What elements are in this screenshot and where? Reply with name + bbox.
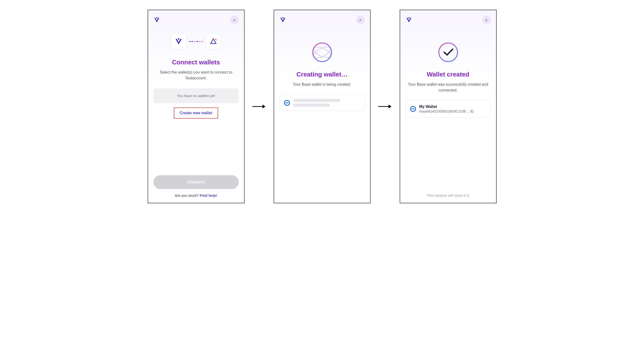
panel-wallet-created: A Wallet created Your Base wallet was su… <box>400 10 497 203</box>
stuck-text: Are you stuck? <box>175 194 200 198</box>
panel-title: Wallet created <box>405 71 491 78</box>
wallet-created-row[interactable]: My Wallet 0xaa962402305bD2B09C103E… <box>405 100 491 118</box>
footer-help: Are you stuck? Find help! <box>153 194 239 198</box>
svg-point-5 <box>439 43 457 62</box>
copy-icon[interactable] <box>471 110 474 113</box>
panel-header: A <box>153 16 239 24</box>
flow-arrow-2 <box>378 103 392 110</box>
create-wallet-button[interactable]: Create new wallet <box>174 108 218 118</box>
panel-subtitle: Your Base wallet is being created. <box>280 82 365 87</box>
app-logo-icon <box>405 16 412 23</box>
base-chain-icon <box>410 106 416 112</box>
loading-spinner-icon <box>311 41 333 64</box>
wallet-provider-icon-box <box>206 34 221 49</box>
avatar[interactable]: A <box>230 16 239 24</box>
panel-connect-wallets: A Connect wallets Select the wallet(s) y… <box>148 10 245 203</box>
avatar[interactable]: A <box>356 16 365 24</box>
panel-header: A <box>405 16 491 24</box>
wallet-name: My Wallet <box>419 104 486 109</box>
success-check-icon <box>437 41 459 64</box>
svg-point-3 <box>312 45 332 60</box>
wallet-info: My Wallet 0xaa962402305bD2B09C103E… <box>419 104 486 113</box>
wallet-loading-row <box>280 95 365 111</box>
panel-creating-wallet: A Creating wallet… Your Base wallet is b… <box>274 10 371 203</box>
arrow-right-icon <box>252 104 266 110</box>
app-logo-icon <box>280 16 286 23</box>
connect-button[interactable]: Connect <box>153 175 239 189</box>
app-logo-icon <box>153 16 160 23</box>
wallet-address-text: 0xaa962402305bD2B09C103E… <box>419 110 470 113</box>
svg-rect-7 <box>472 111 473 112</box>
flow-arrow-1 <box>252 103 266 110</box>
wallet-address: 0xaa962402305bD2B09C103E… <box>419 110 486 113</box>
auto-close-text: This window will close in 5 <box>400 194 496 198</box>
skeleton-loader <box>293 99 360 107</box>
empty-wallets-box: You have no wallets yet <box>153 88 239 103</box>
app-icon-box <box>171 34 186 49</box>
connector-dots <box>189 41 203 42</box>
arrow-right-icon <box>378 104 392 110</box>
panel-title: Connect wallets <box>153 58 239 66</box>
wallet-triangle-icon <box>210 38 217 45</box>
base-chain-icon <box>284 100 290 106</box>
panel-title: Creating wallet… <box>280 71 365 78</box>
panel-subtitle: Select the wallet(s) you want to connect… <box>153 70 239 81</box>
app-v-icon <box>174 37 183 46</box>
avatar[interactable]: A <box>482 16 491 24</box>
panel-subtitle: Your Base wallet was successfully create… <box>405 82 491 93</box>
connect-graphic <box>153 34 239 49</box>
panel-header: A <box>280 16 365 24</box>
find-help-link[interactable]: Find help! <box>200 194 217 198</box>
